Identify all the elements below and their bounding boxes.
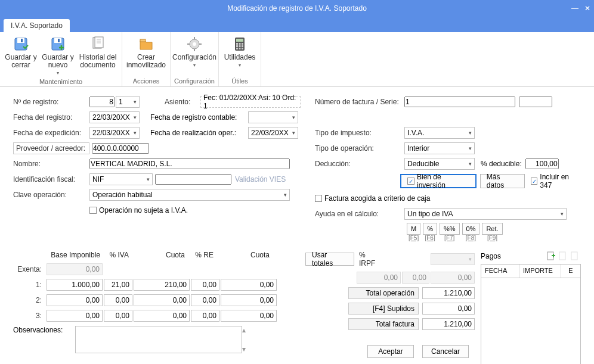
total-factura-value[interactable]: [422, 318, 475, 330]
svg-rect-20: [236, 43, 238, 45]
id-fiscal-value[interactable]: [155, 174, 231, 185]
left-column: Nº de registro: 1▾ Asiento: Fec: 01/02/2…: [13, 95, 301, 244]
save-new-button[interactable]: Guardar y nuevo ▾: [39, 33, 76, 77]
pct-button[interactable]: %: [423, 223, 437, 235]
tab-row: I.V.A. Soportado: [0, 17, 594, 32]
r1-base[interactable]: [47, 279, 103, 291]
row-exenta-label: Exenta:: [13, 265, 47, 273]
suplidos-label[interactable]: [F4] Suplidos: [348, 303, 419, 315]
num-registro-sub[interactable]: 1▾: [116, 96, 140, 108]
r1-cuota2[interactable]: [221, 279, 277, 291]
doc-history-button[interactable]: Historial del documento: [76, 33, 119, 69]
minimize-icon[interactable]: —: [571, 4, 578, 13]
no-sujeta-checkbox[interactable]: Operación no sujeta a I.V.A.: [89, 206, 188, 214]
titlebar: Modificación de registro de I.V.A. Sopor…: [0, 0, 594, 17]
irpf-type-select[interactable]: ▾: [431, 253, 475, 265]
tipo-operacion-field[interactable]: Interior▾: [404, 142, 475, 154]
r3-pctre[interactable]: [191, 310, 219, 322]
col-cuota2: Cuota: [216, 250, 272, 260]
tipo-operacion-label: Tipo de operación:: [315, 144, 404, 153]
delete-pago-icon[interactable]: [570, 251, 580, 261]
r1-cuota[interactable]: [134, 279, 190, 291]
mas-datos-button[interactable]: Más datos: [480, 174, 525, 188]
window-title: Modificación de registro de I.V.A. Sopor…: [227, 4, 367, 13]
pagos-body[interactable]: [481, 278, 581, 364]
total-operacion-value[interactable]: [422, 287, 475, 299]
svg-rect-23: [236, 45, 238, 47]
save-new-icon: [50, 36, 66, 52]
r3-cuota[interactable]: [134, 310, 190, 322]
tipo-impuesto-field[interactable]: I.V.A.▾: [404, 127, 475, 139]
r2-cuota[interactable]: [134, 294, 190, 306]
pct-deducible-field[interactable]: [525, 158, 559, 169]
fecha-realizacion-label: Fecha de realización oper.:: [150, 129, 248, 137]
pagos-header: FECHA IMPORTE E: [481, 264, 581, 278]
svg-rect-28: [242, 48, 243, 49]
r3-cuota2[interactable]: [221, 310, 277, 322]
cancelar-button[interactable]: Cancelar: [422, 345, 469, 358]
num-registro-label: Nº de registro:: [13, 98, 89, 106]
r1-pctre[interactable]: [191, 279, 219, 291]
fecha-expedicion-field[interactable]: 22/03/20XX▾: [89, 127, 140, 139]
r2-pctre[interactable]: [191, 294, 219, 306]
m-button[interactable]: M: [407, 223, 420, 235]
col-base: Base Imponible: [47, 250, 103, 260]
tab-iva-soportado[interactable]: I.V.A. Soportado: [4, 19, 70, 32]
observaciones-field[interactable]: [75, 326, 242, 353]
svg-rect-5: [58, 39, 60, 42]
r2-pctiva[interactable]: [104, 294, 132, 306]
irpf-cuota: [431, 272, 475, 284]
deduccion-field[interactable]: Deducible▾: [404, 158, 475, 170]
r3-pctiva[interactable]: [104, 310, 132, 322]
add-pago-icon[interactable]: [546, 251, 556, 261]
gear-icon: [186, 36, 203, 52]
fecha-registro-field[interactable]: 22/03/20XX▾: [89, 111, 140, 123]
create-asset-button[interactable]: Crear inmovilizado: [125, 33, 168, 69]
col-pctirpf: % IRPF: [354, 250, 384, 269]
id-fiscal-label: Identificación fiscal:: [13, 175, 89, 183]
zero-pct-button[interactable]: 0%: [462, 223, 480, 235]
ret-button[interactable]: Ret.: [482, 223, 502, 235]
suplidos-value[interactable]: [422, 303, 475, 315]
num-registro-field[interactable]: [89, 97, 115, 107]
num-factura-field[interactable]: [404, 97, 515, 107]
config-button[interactable]: Configuración ▾: [173, 33, 216, 69]
exenta-base: [47, 263, 103, 275]
ayuda-calculo-label: Ayuda en el cálculo:: [315, 210, 404, 218]
usar-totales-button[interactable]: Usar totales: [305, 253, 354, 266]
save-close-icon: [13, 36, 29, 52]
bien-inversion-button[interactable]: Bien de inversión: [400, 174, 476, 188]
pctpct-button[interactable]: %%: [440, 223, 460, 235]
pagos-panel: Pagos FECHA IMPORTE E: [481, 250, 581, 364]
save-close-button[interactable]: Guardar y cerrar: [2, 33, 39, 69]
fecha-reg-contable-field[interactable]: ▾: [248, 111, 298, 123]
nombre-field[interactable]: [89, 158, 290, 169]
incluir-347-checkbox[interactable]: Incluir en 347: [531, 173, 581, 189]
r1-pctiva[interactable]: [104, 279, 132, 291]
aceptar-button[interactable]: Aceptar: [367, 345, 414, 358]
r2-base[interactable]: [47, 294, 103, 306]
chevron-down-icon: ▾: [239, 61, 241, 69]
total-factura-label: Total factura: [348, 318, 419, 330]
validacion-vies-link[interactable]: Validación VIES: [235, 175, 286, 183]
criterio-caja-checkbox[interactable]: Factura acogida a criterio de caja: [315, 194, 430, 203]
id-fiscal-type[interactable]: NIF▾: [89, 173, 153, 185]
r2-cuota2[interactable]: [221, 294, 277, 306]
ayuda-calculo-field[interactable]: Un tipo de IVA▾: [404, 208, 567, 220]
fecha-realizacion-field[interactable]: 22/03/20XX▾: [248, 127, 298, 139]
svg-rect-31: [571, 252, 577, 260]
svg-rect-25: [242, 45, 243, 47]
close-icon[interactable]: ✕: [584, 4, 590, 13]
utilities-button[interactable]: Utilidades ▾: [221, 33, 258, 69]
serie-field[interactable]: [519, 97, 552, 107]
svg-rect-27: [239, 48, 241, 49]
clave-op-field[interactable]: Operación habitual▾: [89, 189, 290, 201]
svg-rect-30: [559, 252, 565, 260]
asiento-field[interactable]: Fec: 01/02/20XX Asi: 10 Ord: 1: [200, 96, 301, 108]
ribbon: Guardar y cerrar Guardar y nuevo ▾ Histo…: [0, 32, 594, 87]
r3-base[interactable]: [47, 310, 103, 322]
proveedor-field[interactable]: [92, 143, 149, 154]
edit-pago-icon[interactable]: [558, 251, 568, 261]
proveedor-label[interactable]: Proveedor / acreedor:: [13, 142, 89, 154]
svg-rect-24: [239, 45, 241, 47]
